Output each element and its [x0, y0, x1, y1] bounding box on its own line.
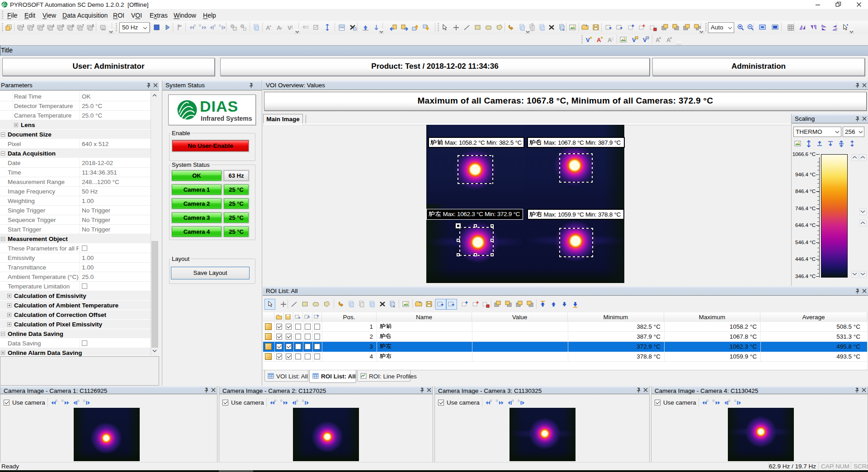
svg-text:0: 0 — [77, 399, 80, 403]
svg-text:0: 0 — [496, 399, 498, 403]
svg-text:0: 0 — [219, 24, 221, 28]
svg-text:0: 0 — [280, 399, 283, 403]
svg-text:2: 2 — [32, 24, 34, 28]
svg-text:0: 0 — [199, 24, 201, 28]
svg-text:5: 5 — [62, 24, 64, 28]
svg-text:0: 0 — [512, 399, 514, 403]
svg-text:0: 0 — [194, 24, 196, 28]
svg-text:0: 0 — [83, 399, 85, 403]
svg-text:0: 0 — [274, 399, 277, 403]
svg-text:0: 0 — [734, 399, 736, 403]
svg-text:0: 0 — [707, 399, 709, 403]
svg-text:V: V — [288, 24, 292, 31]
svg-text:0: 0 — [518, 399, 520, 403]
svg-text:0: 0 — [712, 399, 715, 403]
svg-text:7: 7 — [82, 24, 84, 28]
svg-text:0: 0 — [490, 399, 492, 403]
svg-text:0: 0 — [61, 399, 64, 403]
svg-text:8: 8 — [92, 24, 94, 28]
svg-text:V: V — [586, 37, 590, 43]
svg-text:0: 0 — [728, 399, 731, 403]
svg-text:1: 1 — [22, 24, 24, 28]
svg-text:A: A — [266, 24, 270, 31]
svg-text:0: 0 — [56, 399, 58, 403]
svg-text:0: 0 — [302, 399, 304, 403]
svg-text:6: 6 — [72, 24, 74, 28]
svg-text:4: 4 — [52, 24, 54, 28]
svg-text:3: 3 — [42, 24, 44, 28]
svg-text:A: A — [608, 37, 612, 43]
svg-text:A: A — [307, 315, 310, 319]
svg-text:0: 0 — [214, 24, 216, 28]
svg-text:0: 0 — [296, 399, 298, 403]
